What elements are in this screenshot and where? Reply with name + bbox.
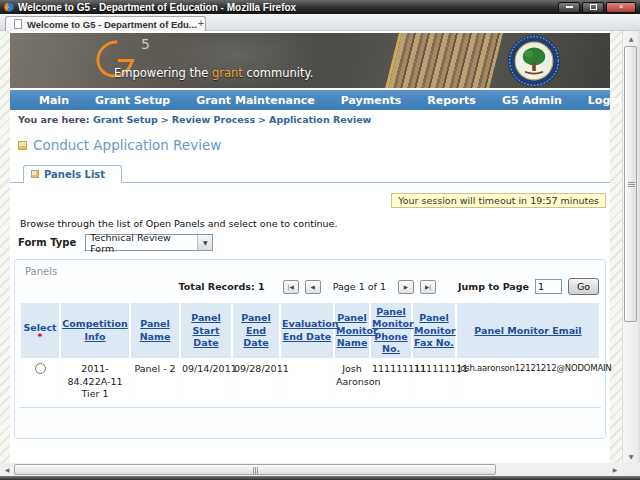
close-icon: × <box>619 3 624 11</box>
department-of-education-seal <box>507 34 561 88</box>
cell-monitor-email: josh.aaronson12121212@NODOMAIN <box>457 360 599 403</box>
tab-panels-list[interactable]: Panels List <box>23 165 122 183</box>
header-panel-monitor-phone[interactable]: Panel Monitor Phone No. <box>371 303 411 358</box>
jump-to-page-input[interactable] <box>535 279 562 294</box>
vertical-scrollbar[interactable]: ▲ ▼ <box>622 31 638 463</box>
header-select: Select* <box>21 303 59 358</box>
title-bullet-icon <box>18 141 27 150</box>
page-content: 5 Empowering the grant community. Main G… <box>10 31 610 463</box>
page-viewport: 5 Empowering the grant community. Main G… <box>0 31 622 463</box>
page-indicator: Page 1 of 1 <box>333 281 386 292</box>
nav-item-g5-admin[interactable]: G5 Admin <box>489 94 575 107</box>
nav-item-payments[interactable]: Payments <box>328 94 415 107</box>
dropdown-arrow-icon: ▼ <box>197 235 212 250</box>
breadcrumb-separator: > <box>161 114 169 125</box>
scrollbar-grip <box>628 184 635 185</box>
window-title: Welcome to G5 - Department of Education … <box>18 2 296 13</box>
nav-item-main[interactable]: Main <box>26 94 82 107</box>
session-timeout-message: Your session will timeout in 19:57 minut… <box>391 193 606 208</box>
instructions-text: Browse through the list of Open Panels a… <box>20 218 610 229</box>
header-panel-start-date[interactable]: Panel Start Date <box>181 303 231 358</box>
go-button[interactable]: Go <box>568 278 599 295</box>
page-icon <box>14 19 22 29</box>
horizontal-scrollbar[interactable]: ◀ ▶ <box>0 463 622 476</box>
header-competition-info[interactable]: Competition Info <box>61 303 129 358</box>
scroll-left-icon[interactable]: ◀ <box>0 463 14 476</box>
total-records-label: Total Records: 1 <box>179 281 265 292</box>
banner-tagline: Empowering the grant community. <box>114 66 313 80</box>
page-title: Conduct Application Review <box>18 137 610 153</box>
pagination-bar: Total Records: 1 |◀ ◀ Page 1 of 1 ▶ ▶| J… <box>19 278 599 295</box>
panels-table: Select* Competition Info Panel Name Pane… <box>19 301 601 405</box>
firefox-icon <box>4 2 14 12</box>
last-page-button[interactable]: ▶| <box>420 280 436 294</box>
last-page-icon: ▶| <box>425 284 431 290</box>
panels-section-label: Panels <box>25 266 601 277</box>
maximize-button[interactable] <box>582 2 604 13</box>
table-header-row: Select* Competition Info Panel Name Pane… <box>21 303 599 358</box>
page-title-text: Conduct Application Review <box>33 137 221 153</box>
header-panel-name[interactable]: Panel Name <box>131 303 179 358</box>
required-marker: * <box>22 334 58 339</box>
scrollbar-grip <box>255 467 256 474</box>
panels-list-tab-label: Panels List <box>44 169 105 180</box>
close-button[interactable]: × <box>606 2 636 13</box>
previous-page-icon: ◀ <box>311 284 315 290</box>
tab-bullet-icon <box>31 170 39 178</box>
breadcrumb-link-application-review[interactable]: Application Review <box>269 114 371 125</box>
main-navigation: Main Grant Setup Grant Maintenance Payme… <box>10 90 610 110</box>
header-panel-monitor-fax[interactable]: Panel Monitor Fax No. <box>413 303 455 358</box>
header-panel-monitor-email[interactable]: Panel Monitor Email <box>457 303 599 358</box>
vertical-scrollbar-thumb[interactable] <box>624 46 637 322</box>
title-bar: Welcome to G5 - Department of Education … <box>0 0 640 14</box>
maximize-icon <box>590 4 597 10</box>
horizontal-scrollbar-thumb[interactable] <box>14 464 496 475</box>
scroll-down-icon[interactable]: ▼ <box>623 449 639 463</box>
tab-strip: Welcome to G5 - Department of Edu... + <box>0 14 640 31</box>
minimize-icon <box>566 6 573 8</box>
cell-competition-info: 2011-84.422A-11Tier 1 <box>61 360 129 403</box>
cell-monitor-name: Josh Aaronson <box>335 360 369 403</box>
g5-logo-bar <box>118 59 134 62</box>
cell-select <box>21 360 59 403</box>
first-page-icon: |◀ <box>288 284 294 290</box>
panel-select-radio[interactable] <box>35 363 46 374</box>
form-type-selected-value: Technical Review Form <box>90 232 197 254</box>
previous-page-button[interactable]: ◀ <box>305 280 321 294</box>
cell-panel-end-date: 09/28/2011 <box>233 360 279 403</box>
g5-logo-number: 5 <box>141 36 150 52</box>
nav-item-grant-setup[interactable]: Grant Setup <box>82 94 183 107</box>
new-tab-button[interactable]: + <box>192 18 210 30</box>
form-type-row: Form Type Technical Review Form ▼ <box>18 234 610 251</box>
cell-evaluation-end-date <box>281 360 333 403</box>
cell-panel-name: Panel - 2 <box>131 360 179 403</box>
breadcrumb-link-review-process[interactable]: Review Process <box>172 114 255 125</box>
jump-to-page-label: Jump to Page <box>458 281 529 292</box>
breadcrumb-link-grant-setup[interactable]: Grant Setup <box>93 114 158 125</box>
scroll-right-icon[interactable]: ▶ <box>608 463 622 476</box>
library-photo <box>384 33 504 88</box>
browser-tab-label: Welcome to G5 - Department of Edu... <box>27 19 197 30</box>
scrollbar-corner <box>622 463 640 476</box>
breadcrumb-separator: > <box>258 114 266 125</box>
scroll-up-icon[interactable]: ▲ <box>623 31 639 45</box>
row-divider <box>19 407 601 408</box>
nav-item-reports[interactable]: Reports <box>414 94 489 107</box>
header-evaluation-end-date[interactable]: Evaluation End Date <box>281 303 333 358</box>
breadcrumb: You are here: Grant Setup>Review Process… <box>18 114 610 125</box>
g5-banner: 5 Empowering the grant community. <box>10 33 610 88</box>
header-panel-end-date[interactable]: Panel End Date <box>233 303 279 358</box>
cell-monitor-fax: 111111111 <box>413 360 455 403</box>
first-page-button[interactable]: |◀ <box>283 280 299 294</box>
panels-section: Panels Total Records: 1 |◀ ◀ Page 1 of 1… <box>14 259 606 439</box>
minimize-button[interactable] <box>558 2 580 13</box>
nav-item-logout[interactable]: Logout <box>575 94 622 107</box>
form-type-select[interactable]: Technical Review Form ▼ <box>85 234 213 251</box>
browser-tab[interactable]: Welcome to G5 - Department of Edu... <box>5 16 206 31</box>
next-page-button[interactable]: ▶ <box>398 280 414 294</box>
form-type-label: Form Type <box>18 237 76 248</box>
window-bottom-frame <box>0 476 640 480</box>
nav-item-grant-maintenance[interactable]: Grant Maintenance <box>183 94 328 107</box>
cell-panel-start-date: 09/14/2011 <box>181 360 231 403</box>
header-panel-monitor-name[interactable]: Panel Monitor Name <box>335 303 369 358</box>
